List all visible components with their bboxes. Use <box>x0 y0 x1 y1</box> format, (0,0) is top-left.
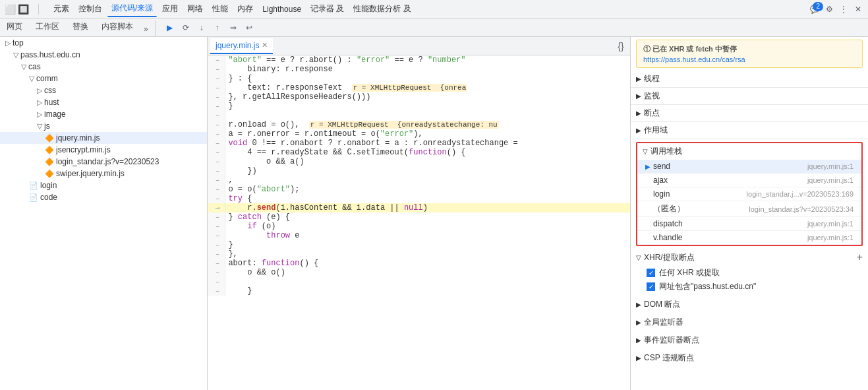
call-stack-send[interactable]: ▶ send jquery.min.js:1 <box>637 160 861 174</box>
tree-hust[interactable]: ▷ hust <box>0 96 207 108</box>
section-watch[interactable]: ▶ 监视 <box>631 88 868 105</box>
code-line: – , <box>208 176 630 185</box>
nav-tabs: 网页 工作区 替换 内容脚本 » <box>0 18 158 36</box>
code-line: – }, <box>208 249 630 259</box>
tab-more[interactable]: » <box>140 22 152 36</box>
step-into-icon[interactable]: ↓ <box>195 21 208 34</box>
chevron-icon-10: ▶ <box>636 354 641 362</box>
call-stack-vhandle[interactable]: ▶ v.handle jquery.min.js:1 <box>637 231 861 245</box>
tree-login[interactable]: 📄 login <box>0 179 207 191</box>
tree-pass-hust[interactable]: ▽ pass.hust.edu.cn <box>0 49 207 61</box>
deactivate-icon[interactable]: ↩ <box>243 21 256 34</box>
call-stack-anon[interactable]: ▶ （匿名） login_standar.js?v=20230523:34 <box>637 201 861 217</box>
dom-bp-header[interactable]: ▶ DOM 断点 <box>636 296 863 313</box>
menu-recorder[interactable]: 记录器 及 <box>306 1 348 16</box>
chevron-icon-2: ▶ <box>636 92 641 100</box>
top-toolbar: ⬜ 🔲 元素 控制台 源代码/来源 应用 网络 性能 内存 Lighthouse… <box>0 0 868 18</box>
step-out-icon[interactable]: ↑ <box>211 21 224 34</box>
file-tree: ▷ top ▽ pass.hust.edu.cn ▽ cas ▽ comm ▷ … <box>0 37 208 390</box>
code-line: – o && o() <box>208 268 630 277</box>
xhr-bp-item-pass[interactable]: ✓ 网址包含"pass.hust.edu.cn" <box>636 280 863 294</box>
xhr-bp-item-any[interactable]: ✓ 任何 XHR 或提取 <box>636 266 863 280</box>
tab-workspace[interactable]: 工作区 <box>29 18 66 36</box>
menu-app[interactable]: 应用 <box>158 1 182 16</box>
active-arrow-icon: ▶ <box>645 163 651 170</box>
tree-code[interactable]: 📄 code <box>0 191 207 203</box>
code-line: – text: r.responseText r = XMLHttpReques… <box>208 83 630 92</box>
xhr-notice-title: ① 已在 XHR 或 fetch 中暂停 <box>643 44 855 54</box>
tree-swiper[interactable]: 🔶 swiper.jquery.min.js <box>0 168 207 179</box>
chevron-icon-7: ▶ <box>636 301 641 308</box>
menu-elements[interactable]: 元素 <box>49 1 73 16</box>
code-content[interactable]: – "abort" == e ? r.abort() : "error" == … <box>208 55 630 390</box>
call-stack-login[interactable]: ▶ login login_standar.j...v=20230523:169 <box>637 187 861 201</box>
xhr-notice: ① 已在 XHR 或 fetch 中暂停 https://pass.hust.e… <box>636 40 863 68</box>
code-tab-bar: jquery.min.js ✕ {} <box>208 37 630 55</box>
tab-content-script[interactable]: 内容脚本 <box>95 18 140 36</box>
resume-icon[interactable]: ▶ <box>163 21 177 34</box>
file-icon-swiper: 🔶 <box>45 170 54 178</box>
checkbox-any-xhr[interactable]: ✓ <box>647 269 655 277</box>
tree-top[interactable]: ▷ top <box>0 37 207 49</box>
xhr-notice-url: https://pass.hust.edu.cn/cas/rsa <box>643 55 855 63</box>
folder-open-icon: ▷ <box>5 39 11 48</box>
step-over-icon[interactable]: ⟳ <box>179 21 192 34</box>
settings-icon[interactable]: ⚙ <box>825 5 834 14</box>
global-listeners-header[interactable]: ▶ 全局监听器 <box>636 314 863 331</box>
tab-replace[interactable]: 替换 <box>66 18 95 36</box>
section-threads[interactable]: ▶ 线程 <box>631 71 868 88</box>
menu-performance[interactable]: 性能 <box>208 1 232 16</box>
code-line: – abort: function() { <box>208 259 630 268</box>
chevron-icon-5: ▽ <box>643 148 648 155</box>
menu-memory[interactable]: 内存 <box>233 1 257 16</box>
call-stack-ajax[interactable]: ▶ ajax jquery.min.js:1 <box>637 174 861 187</box>
folder-open-icon-3: ▽ <box>29 75 34 83</box>
folder-icon-hust: ▷ <box>37 98 42 107</box>
xhr-bp-header[interactable]: ▽ XHR/提取断点 + <box>636 249 863 266</box>
checkbox-pass-hust[interactable]: ✓ <box>647 282 655 291</box>
tree-jquery[interactable]: 🔶 jquery.min.js <box>0 132 207 144</box>
chevron-icon-3: ▶ <box>636 110 641 117</box>
menu-source[interactable]: 源代码/来源 <box>107 1 157 17</box>
csp-header[interactable]: ▶ CSP 违规断点 <box>636 350 863 366</box>
more-icon[interactable]: ⋮ <box>839 5 848 14</box>
format-icon[interactable]: {} <box>614 40 627 53</box>
tree-cas[interactable]: ▽ cas <box>0 61 207 73</box>
tree-jsencrypt[interactable]: 🔶 jsencrypt.min.js <box>0 144 207 156</box>
tree-comm[interactable]: ▽ comm <box>0 73 207 84</box>
section-breakpoints[interactable]: ▶ 断点 <box>631 105 868 122</box>
menu-perf-analysis[interactable]: 性能数据分析 及 <box>349 1 415 16</box>
code-line: – <box>208 277 630 286</box>
event-listeners-header[interactable]: ▶ 事件监听器断点 <box>636 332 863 348</box>
call-stack-header[interactable]: ▽ 调用堆栈 <box>637 143 861 160</box>
menu-lighthouse[interactable]: Lighthouse <box>258 3 305 16</box>
folder-icon-image: ▷ <box>37 110 42 119</box>
dom-breakpoints-section: ▶ DOM 断点 <box>636 296 863 313</box>
code-lines: – "abort" == e ? r.abort() : "error" == … <box>208 55 630 296</box>
step-icon[interactable]: ⇒ <box>227 21 240 34</box>
window-icon-2: 🔲 <box>18 5 28 14</box>
code-line: – o = o("abort"); <box>208 185 630 194</box>
tree-login-standar[interactable]: 🔶 login_standar.js?v=20230523 <box>0 156 207 168</box>
global-listeners-section: ▶ 全局监听器 <box>636 314 863 331</box>
code-line: – } <box>208 240 630 249</box>
code-area: jquery.min.js ✕ {} – "abort" == e ? r.ab… <box>208 37 631 390</box>
tree-js[interactable]: ▽ js <box>0 120 207 132</box>
tree-image[interactable]: ▷ image <box>0 108 207 120</box>
add-bp-icon[interactable]: + <box>857 251 863 263</box>
chat-icon[interactable]: 💬2 <box>810 5 819 14</box>
call-stack-dispatch[interactable]: ▶ dispatch jquery.min.js:1 <box>637 217 861 231</box>
code-line: – 4 == r.readyState && C.setTimeout(func… <box>208 148 630 157</box>
code-tab-close[interactable]: ✕ <box>262 41 268 49</box>
section-scope[interactable]: ▶ 作用域 <box>631 122 868 139</box>
file-icon-jsencrypt: 🔶 <box>45 146 54 154</box>
file-icon-login: 📄 <box>29 181 38 190</box>
tab-webpage[interactable]: 网页 <box>0 18 29 36</box>
window-icon-1: ⬜ <box>5 5 14 14</box>
code-tab-jquery[interactable]: jquery.min.js ✕ <box>210 38 273 54</box>
close-icon[interactable]: ✕ <box>854 5 863 14</box>
tree-css[interactable]: ▷ css <box>0 84 207 96</box>
file-icon-login-standar: 🔶 <box>45 158 54 166</box>
menu-console[interactable]: 控制台 <box>74 1 106 16</box>
menu-network[interactable]: 网络 <box>183 1 207 16</box>
